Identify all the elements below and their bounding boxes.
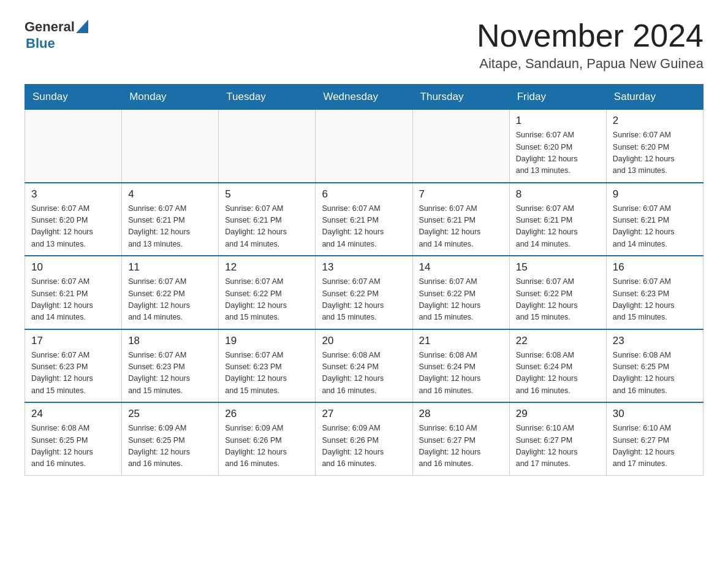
table-row: 10Sunrise: 6:07 AMSunset: 6:21 PMDayligh… xyxy=(25,256,122,329)
day-info: Sunrise: 6:08 AMSunset: 6:25 PMDaylight:… xyxy=(31,423,115,470)
day-number: 15 xyxy=(516,261,600,274)
day-number: 20 xyxy=(322,335,406,347)
day-number: 30 xyxy=(613,408,697,420)
day-info: Sunrise: 6:07 AMSunset: 6:21 PMDaylight:… xyxy=(419,203,503,251)
svg-marker-0 xyxy=(76,20,88,33)
day-info: Sunrise: 6:07 AMSunset: 6:21 PMDaylight:… xyxy=(31,276,115,324)
day-info: Sunrise: 6:09 AMSunset: 6:26 PMDaylight:… xyxy=(322,423,406,470)
table-row xyxy=(25,110,122,183)
table-row: 23Sunrise: 6:08 AMSunset: 6:25 PMDayligh… xyxy=(606,329,703,403)
table-row: 17Sunrise: 6:07 AMSunset: 6:23 PMDayligh… xyxy=(25,329,122,403)
header-thursday: Thursday xyxy=(412,85,509,110)
day-number: 14 xyxy=(419,261,503,274)
day-info: Sunrise: 6:07 AMSunset: 6:23 PMDaylight:… xyxy=(31,350,115,397)
table-row: 14Sunrise: 6:07 AMSunset: 6:22 PMDayligh… xyxy=(412,256,509,329)
day-info: Sunrise: 6:07 AMSunset: 6:22 PMDaylight:… xyxy=(419,276,503,324)
day-info: Sunrise: 6:07 AMSunset: 6:23 PMDaylight:… xyxy=(613,276,697,324)
table-row: 13Sunrise: 6:07 AMSunset: 6:22 PMDayligh… xyxy=(316,256,412,329)
table-row: 30Sunrise: 6:10 AMSunset: 6:27 PMDayligh… xyxy=(606,402,703,475)
calendar-title-area: November 2024 Aitape, Sandaun, Papua New… xyxy=(477,18,703,72)
table-row: 6Sunrise: 6:07 AMSunset: 6:21 PMDaylight… xyxy=(316,183,412,256)
day-info: Sunrise: 6:08 AMSunset: 6:25 PMDaylight:… xyxy=(613,350,697,397)
day-info: Sunrise: 6:07 AMSunset: 6:21 PMDaylight:… xyxy=(613,203,697,251)
weekday-header-row: Sunday Monday Tuesday Wednesday Thursday… xyxy=(25,85,703,110)
logo-general-text: General xyxy=(25,19,75,35)
calendar-table: Sunday Monday Tuesday Wednesday Thursday… xyxy=(25,84,703,476)
day-info: Sunrise: 6:07 AMSunset: 6:21 PMDaylight:… xyxy=(128,203,212,251)
day-info: Sunrise: 6:07 AMSunset: 6:23 PMDaylight:… xyxy=(128,350,212,397)
day-info: Sunrise: 6:07 AMSunset: 6:23 PMDaylight:… xyxy=(225,350,309,397)
table-row xyxy=(219,110,316,183)
table-row: 22Sunrise: 6:08 AMSunset: 6:24 PMDayligh… xyxy=(509,329,606,403)
day-number: 19 xyxy=(225,335,309,347)
table-row: 18Sunrise: 6:07 AMSunset: 6:23 PMDayligh… xyxy=(122,329,219,403)
day-info: Sunrise: 6:08 AMSunset: 6:24 PMDaylight:… xyxy=(419,350,503,397)
table-row: 27Sunrise: 6:09 AMSunset: 6:26 PMDayligh… xyxy=(316,402,412,475)
day-number: 22 xyxy=(516,335,600,347)
day-info: Sunrise: 6:07 AMSunset: 6:22 PMDaylight:… xyxy=(225,276,309,324)
day-info: Sunrise: 6:07 AMSunset: 6:22 PMDaylight:… xyxy=(128,276,212,324)
table-row: 16Sunrise: 6:07 AMSunset: 6:23 PMDayligh… xyxy=(606,256,703,329)
day-number: 25 xyxy=(128,408,212,420)
day-number: 21 xyxy=(419,335,503,347)
day-number: 1 xyxy=(516,115,600,127)
header-sunday: Sunday xyxy=(25,85,122,110)
day-number: 29 xyxy=(516,408,600,420)
table-row: 26Sunrise: 6:09 AMSunset: 6:26 PMDayligh… xyxy=(219,402,316,475)
table-row: 4Sunrise: 6:07 AMSunset: 6:21 PMDaylight… xyxy=(122,183,219,256)
day-info: Sunrise: 6:07 AMSunset: 6:20 PMDaylight:… xyxy=(516,129,600,177)
table-row: 21Sunrise: 6:08 AMSunset: 6:24 PMDayligh… xyxy=(412,329,509,403)
day-number: 12 xyxy=(225,261,309,274)
header-tuesday: Tuesday xyxy=(219,85,316,110)
week-row-4: 17Sunrise: 6:07 AMSunset: 6:23 PMDayligh… xyxy=(25,329,703,403)
week-row-5: 24Sunrise: 6:08 AMSunset: 6:25 PMDayligh… xyxy=(25,402,703,475)
table-row: 3Sunrise: 6:07 AMSunset: 6:20 PMDaylight… xyxy=(25,183,122,256)
table-row xyxy=(316,110,412,183)
day-number: 28 xyxy=(419,408,503,420)
table-row: 28Sunrise: 6:10 AMSunset: 6:27 PMDayligh… xyxy=(412,402,509,475)
day-info: Sunrise: 6:10 AMSunset: 6:27 PMDaylight:… xyxy=(516,423,600,470)
table-row: 29Sunrise: 6:10 AMSunset: 6:27 PMDayligh… xyxy=(509,402,606,475)
day-info: Sunrise: 6:10 AMSunset: 6:27 PMDaylight:… xyxy=(613,423,697,470)
table-row xyxy=(122,110,219,183)
day-number: 9 xyxy=(613,188,697,201)
day-info: Sunrise: 6:08 AMSunset: 6:24 PMDaylight:… xyxy=(322,350,406,397)
logo: General Blue xyxy=(25,18,88,52)
day-info: Sunrise: 6:07 AMSunset: 6:21 PMDaylight:… xyxy=(225,203,309,251)
day-info: Sunrise: 6:07 AMSunset: 6:21 PMDaylight:… xyxy=(322,203,406,251)
logo-triangle-icon xyxy=(76,20,88,33)
page-header: General Blue November 2024 Aitape, Sanda… xyxy=(25,18,703,72)
day-info: Sunrise: 6:10 AMSunset: 6:27 PMDaylight:… xyxy=(419,423,503,470)
table-row xyxy=(412,110,509,183)
table-row: 5Sunrise: 6:07 AMSunset: 6:21 PMDaylight… xyxy=(219,183,316,256)
table-row: 2Sunrise: 6:07 AMSunset: 6:20 PMDaylight… xyxy=(606,110,703,183)
day-number: 10 xyxy=(31,261,115,274)
table-row: 12Sunrise: 6:07 AMSunset: 6:22 PMDayligh… xyxy=(219,256,316,329)
header-friday: Friday xyxy=(509,85,606,110)
header-saturday: Saturday xyxy=(606,85,703,110)
day-number: 11 xyxy=(128,261,212,274)
day-number: 27 xyxy=(322,408,406,420)
week-row-3: 10Sunrise: 6:07 AMSunset: 6:21 PMDayligh… xyxy=(25,256,703,329)
day-number: 4 xyxy=(128,188,212,201)
table-row: 11Sunrise: 6:07 AMSunset: 6:22 PMDayligh… xyxy=(122,256,219,329)
day-number: 17 xyxy=(31,335,115,347)
day-number: 2 xyxy=(613,115,697,127)
table-row: 15Sunrise: 6:07 AMSunset: 6:22 PMDayligh… xyxy=(509,256,606,329)
calendar-title: November 2024 xyxy=(477,18,703,53)
day-info: Sunrise: 6:08 AMSunset: 6:24 PMDaylight:… xyxy=(516,350,600,397)
day-number: 13 xyxy=(322,261,406,274)
day-number: 18 xyxy=(128,335,212,347)
day-info: Sunrise: 6:07 AMSunset: 6:20 PMDaylight:… xyxy=(31,203,115,251)
day-number: 3 xyxy=(31,188,115,201)
calendar-subtitle: Aitape, Sandaun, Papua New Guinea xyxy=(477,56,703,72)
day-number: 24 xyxy=(31,408,115,420)
day-number: 23 xyxy=(613,335,697,347)
day-number: 26 xyxy=(225,408,309,420)
day-info: Sunrise: 6:07 AMSunset: 6:22 PMDaylight:… xyxy=(322,276,406,324)
week-row-2: 3Sunrise: 6:07 AMSunset: 6:20 PMDaylight… xyxy=(25,183,703,256)
table-row: 8Sunrise: 6:07 AMSunset: 6:21 PMDaylight… xyxy=(509,183,606,256)
day-number: 7 xyxy=(419,188,503,201)
header-wednesday: Wednesday xyxy=(316,85,412,110)
table-row: 7Sunrise: 6:07 AMSunset: 6:21 PMDaylight… xyxy=(412,183,509,256)
